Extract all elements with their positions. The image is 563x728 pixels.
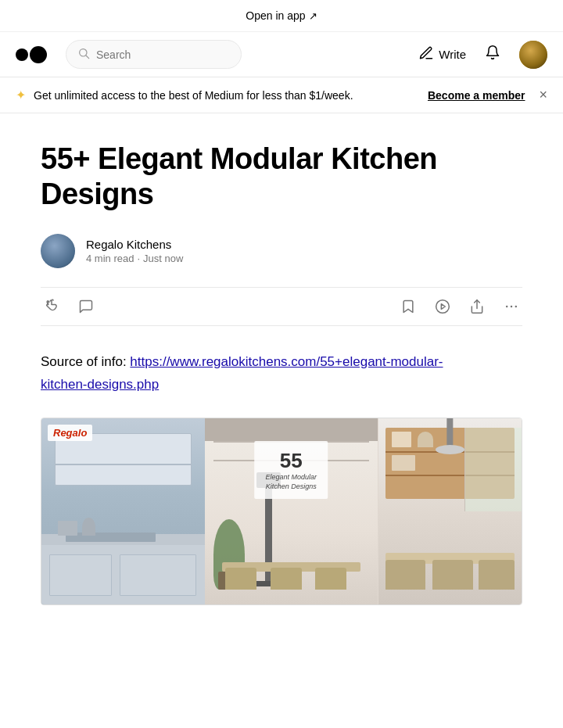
author-meta: 4 min read · Just now [86,253,183,264]
medium-logo[interactable] [16,46,47,63]
logo-dot-large [30,46,47,63]
user-avatar[interactable] [519,41,547,69]
shelf-item-1 [392,432,411,447]
membership-banner: ✦ Get unlimited access to the best of Me… [0,77,563,113]
kitchen-panel-right [378,418,522,604]
banner-close-button[interactable]: × [539,87,547,103]
write-link[interactable]: Write [418,45,466,64]
right-chair-3 [479,560,515,590]
left-item-2 [82,518,95,536]
open-in-app-arrow: ↗ [309,10,317,22]
search-svg [77,47,90,59]
author-avatar[interactable] [41,234,75,268]
article-body: Source of info: https://www.regalokitche… [41,351,522,396]
become-member-link[interactable]: Become a member [428,89,525,102]
comment-button[interactable] [75,296,97,317]
svg-marker-3 [441,303,445,309]
listen-button[interactable] [432,296,454,317]
left-cabinet-door-1 [49,554,111,595]
author-avatar-image [41,234,75,268]
banner-star-icon: ✦ [16,88,26,102]
share-icon [469,299,485,314]
search-bar[interactable]: Search [66,40,242,69]
navbar: Search Write [0,32,563,77]
source-prefix: Source of info: [41,354,130,369]
action-bar [41,287,522,326]
right-chair-2 [432,560,472,590]
author-info: Regalo Kitchens 4 min read · Just now [86,238,183,264]
kitchen-panel-center: 55 Elegant Modular Kitchen Designs [205,418,378,604]
pencil-svg [418,45,434,61]
more-icon [504,299,519,314]
center-overlay-box: 55 Elegant Modular Kitchen Designs [254,441,328,499]
collage-logo-text: Regalo [53,427,87,439]
kitchen-panel-left [41,418,205,604]
svg-point-5 [506,305,508,307]
svg-point-6 [511,305,513,307]
svg-line-1 [86,56,89,59]
open-in-app-bar: Open in app ↗ [0,0,563,32]
main-content: 55+ Elegant Modular Kitchen Designs Rega… [16,142,547,605]
open-in-app-link[interactable]: Open in app ↗ [246,9,317,22]
center-chair-1 [225,568,256,590]
svg-point-7 [515,305,518,307]
hanging-lamp-cord [447,418,453,446]
left-item-1 [58,521,77,536]
left-cabinet-door-2 [120,554,196,595]
center-chair-3 [315,568,346,590]
action-right [397,296,522,317]
left-upper-cabinets [55,433,192,486]
bookmark-icon [400,299,416,314]
read-time: 4 min read [86,253,134,264]
clap-button[interactable] [41,296,63,317]
logo-dot-small [16,48,28,61]
bookmark-button[interactable] [397,296,419,317]
right-chair-1 [385,560,425,590]
author-row: Regalo Kitchens 4 min read · Just now [41,234,522,268]
search-icon [77,47,90,62]
open-in-app-label: Open in app [246,9,305,22]
shelf-item-3 [392,455,415,471]
more-options-button[interactable] [500,296,522,317]
avatar-image [519,41,547,69]
action-left [41,296,397,317]
search-placeholder: Search [96,48,131,61]
svg-point-2 [436,299,450,313]
collage-logo: Regalo [48,425,92,441]
banner-text: Get unlimited access to the best of Medi… [34,89,420,102]
hanging-lamp-shade [436,445,464,454]
overlay-number: 55 [265,449,317,473]
bell-svg [485,45,500,60]
published-time: Just now [143,253,183,264]
play-icon [435,299,450,314]
left-cabinet-shelf [55,464,192,465]
write-icon [418,45,434,64]
center-chair-2 [271,568,302,590]
kitchen-collage: Regalo [41,418,522,605]
share-button[interactable] [466,296,488,317]
overlay-line1: Elegant Modular [265,473,317,482]
center-hood [205,418,378,441]
shelf-item-2 [418,432,433,447]
overlay-line2: Kitchen Designs [265,482,317,492]
left-sink [66,533,156,542]
comment-icon [78,299,94,314]
write-label: Write [439,48,466,61]
author-name[interactable]: Regalo Kitchens [86,238,183,251]
clap-icon [44,299,59,314]
notifications-bell[interactable] [485,45,500,64]
meta-separator: · [137,253,140,264]
right-window [464,428,522,511]
article-title: 55+ Elegant Modular Kitchen Designs [41,142,522,212]
